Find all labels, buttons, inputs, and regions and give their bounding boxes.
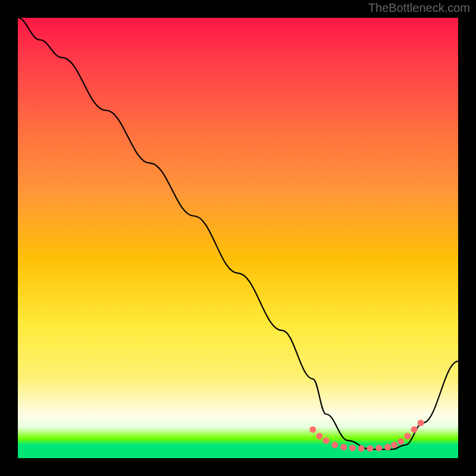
chart-svg <box>18 18 458 458</box>
marker-dot <box>323 437 330 444</box>
marker-dot <box>375 444 382 451</box>
marker-dot <box>391 441 397 448</box>
marker-dot <box>331 441 338 448</box>
marker-dot <box>418 419 424 426</box>
marker-dot <box>397 438 404 444</box>
marker-dot <box>309 426 316 433</box>
plot-area <box>18 18 458 458</box>
marker-dot <box>349 444 356 451</box>
optimal-range-markers <box>309 419 424 452</box>
marker-dot <box>358 445 365 452</box>
marker-dot <box>411 426 418 433</box>
marker-dot <box>316 433 322 440</box>
marker-dot <box>340 444 347 450</box>
marker-dot <box>384 444 391 450</box>
marker-dot <box>404 433 411 440</box>
bottleneck-curve <box>18 18 458 449</box>
marker-dot <box>367 445 374 452</box>
watermark-text: TheBottleneck.com <box>368 1 470 15</box>
